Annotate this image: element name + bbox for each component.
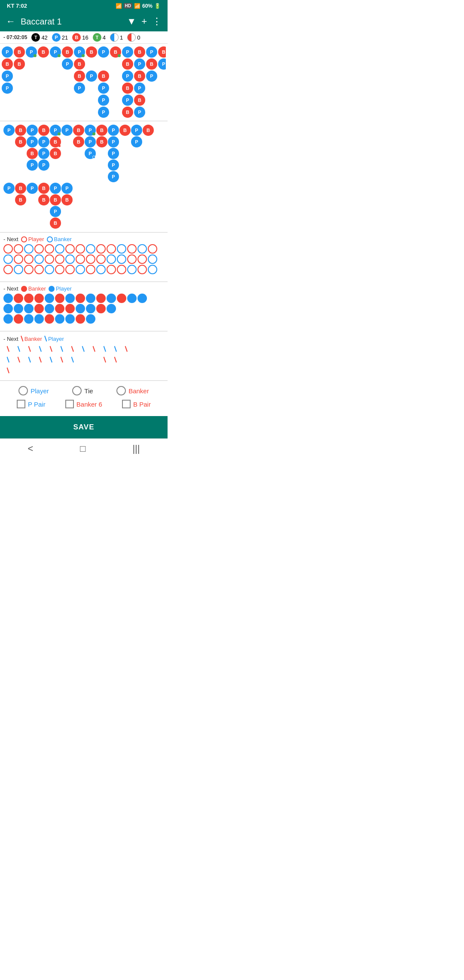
cockroach-grid: / / / / / / / / / / / / / / / / / / / / … bbox=[2, 343, 166, 376]
small-dot bbox=[86, 314, 95, 324]
back-nav-button[interactable]: < bbox=[27, 443, 33, 454]
empty-bead bbox=[50, 95, 61, 106]
eye-circle bbox=[45, 265, 54, 274]
eye-circle bbox=[14, 244, 23, 254]
back-button[interactable]: ← bbox=[6, 16, 15, 27]
slash-mark: / bbox=[2, 353, 15, 366]
eye-circle bbox=[34, 254, 44, 264]
empty-bead bbox=[86, 58, 97, 70]
empty-slash bbox=[46, 366, 56, 375]
empty-slash bbox=[122, 366, 131, 375]
bead: B bbox=[14, 58, 25, 70]
empty-slash bbox=[89, 366, 99, 375]
tie-radio[interactable] bbox=[72, 386, 82, 395]
eye-circle bbox=[127, 244, 137, 254]
empty-bead bbox=[26, 58, 37, 70]
slash-mark: / bbox=[23, 353, 36, 366]
bead: B bbox=[15, 194, 26, 205]
empty-slash bbox=[36, 366, 45, 375]
small-dot bbox=[96, 304, 106, 313]
wifi-icon: 📶 bbox=[116, 3, 122, 9]
bead: B bbox=[86, 46, 97, 58]
bead: P bbox=[122, 46, 133, 58]
natural-count: 1 bbox=[120, 34, 123, 41]
empty-dot bbox=[137, 304, 147, 313]
save-button[interactable]: SAVE bbox=[0, 416, 168, 438]
eye-circle bbox=[117, 265, 126, 274]
p-pair-option[interactable]: P Pair bbox=[17, 400, 46, 408]
empty-bead bbox=[14, 95, 25, 106]
banker-dot bbox=[21, 286, 27, 292]
slash-mark: / bbox=[34, 353, 47, 366]
bead: B bbox=[2, 58, 13, 70]
player-radio[interactable] bbox=[18, 386, 28, 395]
banker-radio[interactable] bbox=[116, 386, 126, 395]
small-dot bbox=[76, 314, 85, 324]
small-dot bbox=[24, 294, 34, 303]
big-road-col: P B B bbox=[50, 125, 61, 182]
tie-bet-option[interactable]: Tie bbox=[72, 386, 93, 395]
bead: P bbox=[131, 125, 142, 136]
bead: P bbox=[108, 136, 119, 147]
eye-circle bbox=[117, 244, 126, 254]
small-road-grid bbox=[2, 293, 166, 325]
bead: B bbox=[158, 46, 166, 58]
bead: B bbox=[73, 136, 84, 147]
bead: B bbox=[122, 58, 133, 70]
bead: B bbox=[74, 70, 85, 82]
dropdown-button[interactable]: ▼ bbox=[127, 16, 136, 27]
bead: P bbox=[98, 107, 109, 118]
pair-icon bbox=[127, 33, 136, 42]
eye-circle bbox=[96, 265, 106, 274]
banker6-option[interactable]: Banker 6 bbox=[65, 400, 102, 408]
bead: P bbox=[134, 58, 145, 70]
bead: B bbox=[50, 194, 61, 205]
big-road-col: P B bbox=[61, 183, 73, 229]
bead: P bbox=[74, 83, 85, 94]
banker-bet-option[interactable]: Banker bbox=[116, 386, 149, 395]
status-time: KT 7:02 bbox=[7, 3, 27, 9]
eye-circle bbox=[55, 254, 64, 264]
empty-bead bbox=[158, 70, 166, 82]
eye-circle bbox=[3, 265, 13, 274]
bead: B bbox=[38, 183, 49, 194]
empty-dot bbox=[107, 314, 116, 324]
b-pair-option[interactable]: B Pair bbox=[122, 400, 151, 408]
recent-nav-button[interactable]: ||| bbox=[132, 443, 140, 454]
battery-icon: 🔋 bbox=[154, 3, 161, 9]
empty-bead bbox=[38, 58, 49, 70]
b-pair-checkbox[interactable] bbox=[122, 400, 131, 408]
tie-stat: T 4 bbox=[93, 33, 106, 42]
battery-text: 60% bbox=[142, 3, 153, 9]
bead: P bbox=[62, 58, 73, 70]
empty-bead bbox=[38, 70, 49, 82]
bead: B bbox=[96, 125, 107, 136]
menu-button[interactable]: ⋮ bbox=[152, 16, 162, 27]
empty-bead bbox=[146, 83, 157, 94]
player-stat: P 21 bbox=[52, 33, 68, 42]
home-nav-button[interactable]: □ bbox=[80, 443, 85, 454]
banker6-checkbox[interactable] bbox=[65, 400, 74, 408]
natural-icon bbox=[110, 33, 119, 42]
empty-slash bbox=[57, 366, 67, 375]
big-road-col: P bbox=[61, 125, 73, 182]
small-dot bbox=[3, 314, 13, 324]
eye-circle bbox=[14, 254, 23, 264]
pair-stat: 0 bbox=[127, 33, 140, 42]
slash-mark: / bbox=[77, 343, 90, 355]
big-road-col: P P P P P bbox=[108, 125, 119, 182]
empty-bead bbox=[74, 95, 85, 106]
bead: B bbox=[98, 70, 109, 82]
bead: P bbox=[85, 136, 96, 147]
add-button[interactable]: + bbox=[141, 16, 147, 27]
empty-dot bbox=[117, 304, 126, 313]
p-pair-checkbox[interactable] bbox=[17, 400, 25, 408]
empty-bead bbox=[74, 107, 85, 118]
eye-circle bbox=[137, 254, 147, 264]
empty-bead bbox=[146, 107, 157, 118]
empty-bead bbox=[50, 70, 61, 82]
bead: B bbox=[134, 95, 145, 106]
banker-legend-icon bbox=[47, 236, 53, 242]
player-bet-option[interactable]: Player bbox=[18, 386, 49, 395]
small-dot bbox=[107, 304, 116, 313]
